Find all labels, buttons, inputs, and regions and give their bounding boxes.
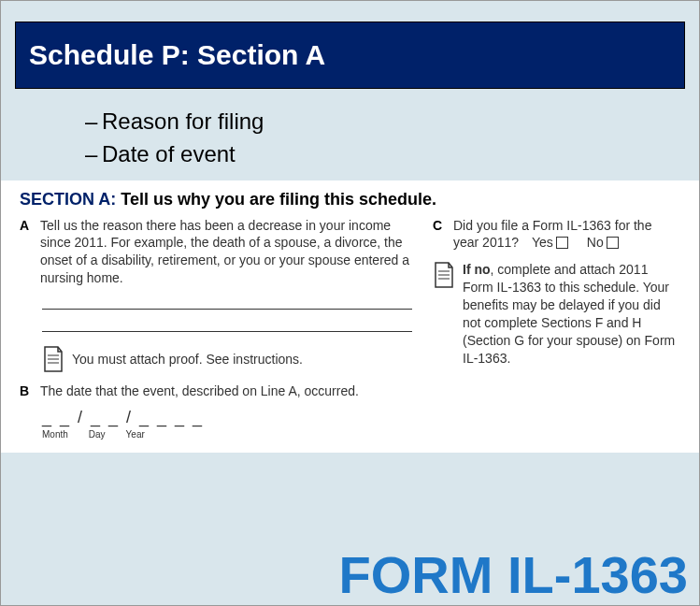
if-no-text: , complete and attach 2011 Form IL-1363 … — [463, 262, 675, 365]
section-header: SECTION A: Tell us why you are filing th… — [20, 190, 680, 209]
line-c: C Did you file a Form IL-1363 for the ye… — [433, 217, 680, 252]
if-no-note: If no, complete and attach 2011 Form IL-… — [433, 261, 680, 367]
bullet-text: Reason for filing — [102, 108, 264, 134]
yes-option: Yes — [532, 234, 568, 252]
line-a-text: Tell us the reason there has been a decr… — [40, 217, 412, 288]
bullet-text: Date of event — [102, 141, 236, 166]
yes-label: Yes — [532, 235, 553, 250]
attach-icon — [433, 261, 455, 289]
write-in-line[interactable] — [42, 311, 412, 332]
label-year: Year — [126, 429, 145, 440]
line-a: A Tell us the reason there has been a de… — [20, 217, 412, 288]
line-letter: A — [20, 217, 33, 288]
form-excerpt: SECTION A: Tell us why you are filing th… — [1, 180, 699, 453]
bullet-list: –Reason for filing –Date of event — [85, 106, 699, 171]
dash-icon: – — [85, 138, 102, 171]
date-labels: Month Day Year — [42, 429, 412, 440]
title-banner: Schedule P: Section A — [15, 22, 685, 89]
bullet-item: –Reason for filing — [85, 106, 699, 138]
attach-icon — [42, 345, 64, 373]
section-label: SECTION A: — [20, 190, 116, 209]
checkbox-yes[interactable] — [556, 237, 568, 249]
form-title-footer: FORM IL-1363 — [339, 544, 688, 605]
label-month: Month — [42, 429, 68, 440]
line-b: B The date that the event, described on … — [20, 382, 412, 400]
page-title: Schedule P: Section A — [29, 39, 671, 71]
date-input[interactable]: _ _ / _ _ / _ _ _ _ — [42, 408, 412, 427]
write-in-line[interactable] — [42, 289, 412, 310]
label-day: Day — [89, 429, 106, 440]
no-label: No — [587, 235, 604, 250]
line-b-text: The date that the event, described on Li… — [40, 382, 359, 400]
bullet-item: –Date of event — [85, 138, 699, 171]
attach-note: You must attach proof. See instructions. — [42, 345, 412, 373]
dash-icon: – — [85, 106, 102, 138]
attach-text: You must attach proof. See instructions. — [72, 352, 303, 367]
section-instruction: Tell us why you are filing this schedule… — [121, 190, 436, 209]
if-no-bold: If no — [463, 262, 491, 277]
no-option: No — [587, 234, 619, 252]
line-letter: B — [20, 382, 33, 400]
checkbox-no[interactable] — [607, 237, 619, 249]
line-letter: C — [433, 217, 446, 252]
